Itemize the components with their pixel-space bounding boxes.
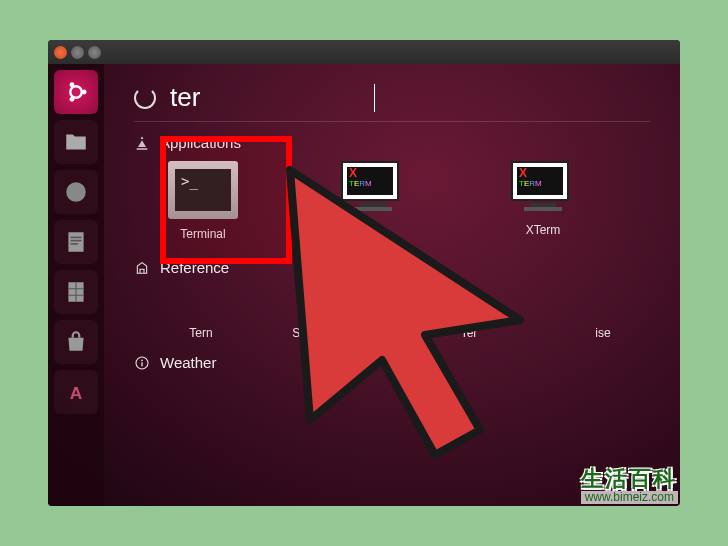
svg-point-0 <box>70 86 81 97</box>
launcher-files[interactable] <box>54 120 98 164</box>
svg-rect-13 <box>141 362 142 366</box>
svg-point-1 <box>82 90 87 95</box>
applications-icon <box>134 135 150 151</box>
reference-results: Tern September 11 a Ter ise <box>134 326 650 340</box>
svg-point-12 <box>141 359 143 361</box>
spinner-icon <box>134 87 156 109</box>
svg-rect-7 <box>71 240 82 242</box>
xterm-icon: X TERM <box>511 161 575 215</box>
launcher-calc[interactable] <box>54 270 98 314</box>
launcher-firefox[interactable] <box>54 170 98 214</box>
weather-header[interactable]: Weather <box>134 354 650 371</box>
ref-item[interactable]: Ter <box>422 326 516 340</box>
svg-rect-8 <box>71 243 79 245</box>
dash-overlay: Applications >_ Terminal X TERM <box>104 64 680 506</box>
watermark: 生活百科 www.bimeiz.com <box>581 467 678 504</box>
weather-label: Weather <box>160 354 216 371</box>
launcher-amazon[interactable]: A <box>54 370 98 414</box>
ref-item[interactable]: ise <box>556 326 650 340</box>
sheet-icon <box>63 279 89 305</box>
launcher-bar: A <box>48 64 104 506</box>
svg-point-4 <box>66 182 86 202</box>
svg-point-3 <box>70 97 75 102</box>
result-uxterm[interactable]: X TERM <box>318 161 428 241</box>
desktop-window: A Applications >_ Terminal <box>48 40 680 506</box>
launcher-software[interactable] <box>54 320 98 364</box>
info-icon <box>134 355 150 371</box>
a-letter-icon: A <box>63 379 89 405</box>
ref-item[interactable]: Tern <box>154 326 248 340</box>
watermark-url: www.bimeiz.com <box>581 491 678 504</box>
globe-icon <box>63 179 89 205</box>
watermark-title: 生活百科 <box>581 467 678 491</box>
text-caret <box>374 84 375 112</box>
svg-rect-5 <box>68 232 83 252</box>
tutorial-highlight <box>160 136 292 264</box>
result-label: XTerm <box>526 223 561 237</box>
reference-icon <box>134 260 150 276</box>
svg-point-2 <box>70 82 75 87</box>
result-xterm[interactable]: X TERM XTerm <box>488 161 598 241</box>
launcher-writer[interactable] <box>54 220 98 264</box>
doc-icon <box>63 229 89 255</box>
bag-icon <box>63 329 89 355</box>
svg-text:A: A <box>70 383 83 403</box>
search-row <box>134 82 650 122</box>
maximize-icon[interactable] <box>88 46 101 59</box>
search-input[interactable] <box>170 82 370 113</box>
ubuntu-icon <box>63 79 89 105</box>
close-icon[interactable] <box>54 46 67 59</box>
xterm-icon: X TERM <box>341 161 405 215</box>
titlebar <box>48 40 680 64</box>
launcher-dash[interactable] <box>54 70 98 114</box>
folder-icon <box>63 129 89 155</box>
svg-rect-6 <box>71 237 82 239</box>
ref-item[interactable]: September 11 a <box>288 326 382 340</box>
minimize-icon[interactable] <box>71 46 84 59</box>
